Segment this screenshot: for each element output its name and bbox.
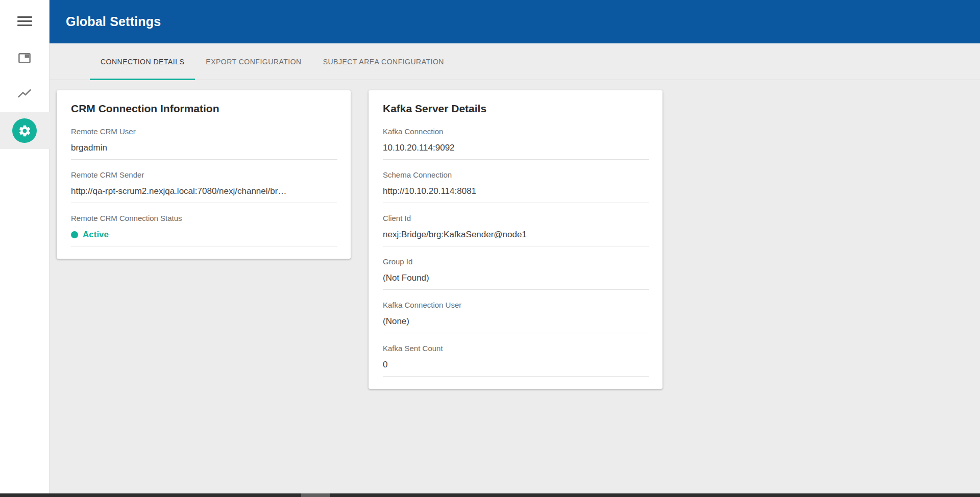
field-value: (None) xyxy=(383,316,649,333)
status-active-dot-icon xyxy=(71,231,78,238)
settings-gear-icon xyxy=(12,118,37,143)
field-label: Kafka Connection User xyxy=(383,301,649,310)
field-remote-crm-sender: Remote CRM Sender http://qa-rpt-scrum2.n… xyxy=(71,160,337,203)
active-tab-underline xyxy=(90,79,195,80)
field-kafka-connection-user: Kafka Connection User (None) xyxy=(383,290,649,333)
sidebar xyxy=(0,0,50,493)
sidebar-item-metrics[interactable] xyxy=(17,86,32,102)
tab-subject-area-configuration[interactable]: SUBJECT AREA CONFIGURATION xyxy=(312,43,455,80)
kafka-server-card: Kafka Server Details Kafka Connection 10… xyxy=(369,90,663,389)
app-window: Global Settings CONNECTION DETAILS EXPOR… xyxy=(0,0,980,493)
tab-connection-details[interactable]: CONNECTION DETAILS xyxy=(90,43,195,80)
field-label: Remote CRM Sender xyxy=(71,170,337,180)
tab-bar: CONNECTION DETAILS EXPORT CONFIGURATION … xyxy=(50,43,980,80)
field-value: 0 xyxy=(383,360,649,377)
field-value: 10.10.20.114:9092 xyxy=(383,143,649,160)
app-header: Global Settings xyxy=(50,0,980,43)
card-title: CRM Connection Information xyxy=(71,101,337,116)
main-area: Global Settings CONNECTION DETAILS EXPOR… xyxy=(50,0,980,493)
field-value: http://10.10.20.114:8081 xyxy=(383,186,649,203)
field-group-id: Group Id (Not Found) xyxy=(383,246,649,290)
menu-bar xyxy=(17,16,32,18)
field-remote-crm-connection-status: Remote CRM Connection Status Active xyxy=(71,203,337,246)
field-schema-connection: Schema Connection http://10.10.20.114:80… xyxy=(383,160,649,203)
field-label: Remote CRM Connection Status xyxy=(71,214,337,223)
menu-bar xyxy=(17,24,32,26)
status-value: Active xyxy=(71,230,337,246)
field-value: http://qa-rpt-scrum2.nexjqa.local:7080/n… xyxy=(71,186,337,203)
field-client-id: Client Id nexj:Bridge/brg:KafkaSender@no… xyxy=(383,203,649,246)
field-kafka-sent-count: Kafka Sent Count 0 xyxy=(383,333,649,377)
field-label: Group Id xyxy=(383,257,649,266)
menu-icon[interactable] xyxy=(17,16,32,26)
field-remote-crm-user: Remote CRM User brgadmin xyxy=(71,116,337,160)
page-title: Global Settings xyxy=(66,14,161,29)
field-label: Client Id xyxy=(383,214,649,223)
tab-label: SUBJECT AREA CONFIGURATION xyxy=(323,58,444,66)
horizontal-scrollbar-thumb[interactable] xyxy=(301,493,330,497)
crm-connection-card: CRM Connection Information Remote CRM Us… xyxy=(57,90,351,259)
status-badge: Active xyxy=(83,230,109,240)
tab-label: CONNECTION DETAILS xyxy=(101,58,184,66)
field-label: Schema Connection xyxy=(383,170,649,180)
field-label: Remote CRM User xyxy=(71,127,337,136)
field-label: Kafka Sent Count xyxy=(383,344,649,353)
field-value: (Not Found) xyxy=(383,273,649,290)
window-icon xyxy=(17,51,32,68)
card-title: Kafka Server Details xyxy=(383,101,649,116)
trending-chart-icon xyxy=(17,86,32,102)
field-kafka-connection: Kafka Connection 10.10.20.114:9092 xyxy=(383,116,649,160)
field-label: Kafka Connection xyxy=(383,127,649,136)
tab-export-configuration[interactable]: EXPORT CONFIGURATION xyxy=(195,43,312,80)
field-value: nexj:Bridge/brg:KafkaSender@node1 xyxy=(383,230,649,246)
tab-label: EXPORT CONFIGURATION xyxy=(206,58,301,66)
sidebar-item-settings-active[interactable] xyxy=(0,112,50,149)
sidebar-item-window[interactable] xyxy=(17,51,32,68)
field-value: brgadmin xyxy=(71,143,337,160)
menu-bar xyxy=(17,20,32,22)
horizontal-scrollbar[interactable] xyxy=(0,493,980,497)
content-area: CRM Connection Information Remote CRM Us… xyxy=(50,80,980,493)
